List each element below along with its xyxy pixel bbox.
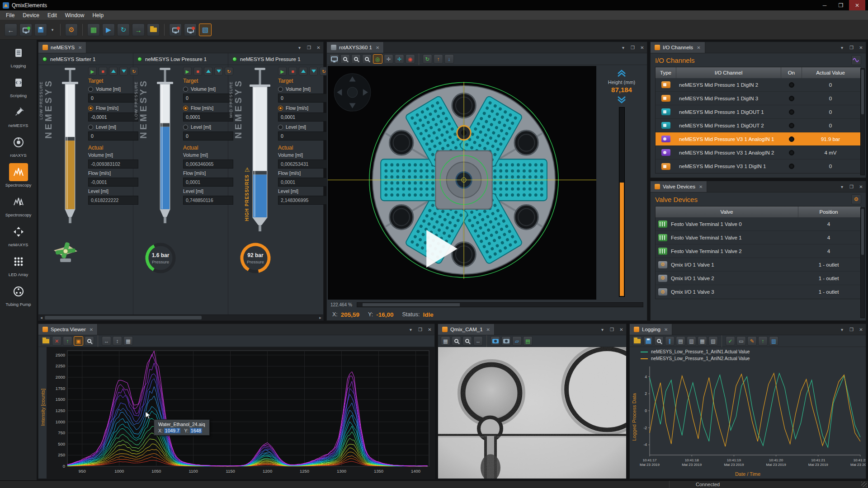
project-folder-icon[interactable] bbox=[147, 23, 160, 36]
fit-width-icon[interactable]: ↔ bbox=[102, 336, 111, 346]
scrollbar-thumb[interactable] bbox=[861, 70, 864, 114]
sidebar-item-rotaxys[interactable]: rotAXYS bbox=[0, 131, 37, 161]
remove-spectrum-icon[interactable]: ✕ bbox=[52, 336, 61, 346]
export-log-icon[interactable]: ↑ bbox=[758, 336, 768, 346]
radio-level[interactable] bbox=[278, 125, 283, 130]
lift-up-icon[interactable]: ↑ bbox=[434, 54, 443, 64]
target-level-input[interactable] bbox=[183, 131, 233, 141]
channel-on-led[interactable] bbox=[789, 123, 794, 128]
jog-mode-icon[interactable]: ✛ bbox=[395, 54, 404, 64]
menu-device[interactable]: Device bbox=[19, 11, 43, 20]
target-volume-radio-row[interactable]: Volume [ml] bbox=[88, 85, 138, 93]
open-log-icon[interactable] bbox=[632, 336, 642, 346]
add-spectrum-icon[interactable] bbox=[41, 336, 51, 346]
radio-flow[interactable] bbox=[88, 106, 93, 111]
spectra-chart-area[interactable]: Intensity [counts] 950100010501100115012… bbox=[38, 347, 434, 479]
panel-close-button[interactable]: ✕ bbox=[425, 324, 434, 335]
io-row[interactable]: neMESYS Mid Pressure V3 1 AnalogIN 2 4 m… bbox=[656, 146, 861, 160]
script-stop-icon[interactable]: ▦ bbox=[87, 23, 100, 36]
apply-icon[interactable]: ✓ bbox=[726, 336, 735, 346]
save-device-icon[interactable] bbox=[34, 23, 47, 36]
pump-start-button[interactable]: ▶ bbox=[88, 67, 97, 75]
scrollbar-thumb[interactable] bbox=[861, 209, 864, 255]
tab-qmix-cam[interactable]: Qmix_CAM_1 ✕ bbox=[438, 324, 495, 335]
column-header-valve[interactable]: Valve bbox=[656, 206, 798, 217]
panel-menu-button[interactable]: ▾ bbox=[295, 42, 304, 53]
target-flow-input[interactable] bbox=[88, 113, 138, 122]
panel-menu-button[interactable]: ▾ bbox=[837, 181, 847, 192]
pump-stop-button[interactable]: ■ bbox=[288, 67, 297, 75]
syringe-fill-button[interactable] bbox=[204, 67, 212, 75]
panel-float-button[interactable]: ❐ bbox=[415, 324, 425, 335]
zoom-icon[interactable] bbox=[85, 336, 94, 346]
valves-vertical-scrollbar[interactable] bbox=[860, 207, 865, 318]
target-level-radio-row[interactable]: Level [ml] bbox=[278, 123, 328, 131]
zoom-out-icon[interactable] bbox=[462, 336, 472, 346]
target-level-input[interactable] bbox=[88, 131, 138, 141]
resize-grip[interactable] bbox=[861, 482, 867, 487]
pause-log-icon[interactable]: ∥ bbox=[665, 336, 675, 346]
channel-on-led[interactable] bbox=[789, 136, 794, 142]
syringe-empty-button[interactable] bbox=[309, 67, 318, 75]
target-flow-radio-row[interactable]: Flow [ml/s] bbox=[88, 104, 138, 112]
rotaxys-camera-view[interactable] bbox=[328, 66, 596, 300]
tab-logging[interactable]: Logging ✕ bbox=[630, 324, 672, 335]
target-flow-input[interactable] bbox=[278, 113, 328, 122]
tab-close-icon[interactable]: ✕ bbox=[699, 184, 703, 189]
script-start-icon[interactable]: → bbox=[132, 23, 145, 36]
panel-float-button[interactable]: ❐ bbox=[607, 324, 617, 335]
panel-close-button[interactable]: ✕ bbox=[856, 324, 866, 335]
sidebar-item-nemaxys[interactable]: neMAXYS bbox=[0, 221, 37, 250]
analog-wave-icon[interactable] bbox=[851, 55, 861, 65]
io-row[interactable]: neMESYS Mid Pressure 1 DigOUT 2 0 bbox=[656, 119, 861, 132]
tab-close-icon[interactable]: ✕ bbox=[486, 327, 490, 332]
radio-flow[interactable] bbox=[183, 106, 188, 111]
panel-close-button[interactable]: ✕ bbox=[617, 324, 626, 335]
sidebar-item-led-array[interactable]: LED Array bbox=[0, 250, 37, 280]
tab-close-icon[interactable]: ✕ bbox=[376, 45, 379, 50]
valve-row[interactable]: Festo Valve Terminal 1 Valve 0 4 bbox=[656, 217, 861, 231]
menu-window[interactable]: Window bbox=[61, 11, 89, 20]
pumps-horizontal-scrollbar[interactable]: ◂ ▸ bbox=[38, 314, 323, 320]
copy-image-icon[interactable]: ▤ bbox=[523, 336, 533, 346]
pump-stop-button[interactable]: ■ bbox=[99, 67, 107, 75]
tab-rotaxys360[interactable]: rotAXYS360 1 ✕ bbox=[327, 42, 384, 53]
fit-height-icon[interactable]: ↕ bbox=[113, 336, 122, 346]
radio-flow[interactable] bbox=[278, 106, 283, 111]
panel-close-button[interactable]: ✕ bbox=[856, 181, 866, 192]
panel-menu-button[interactable]: ▾ bbox=[837, 324, 847, 335]
home-axes-icon[interactable]: ↻ bbox=[423, 54, 432, 64]
pump-stop-button[interactable]: ■ bbox=[193, 67, 202, 75]
tab-valve-devices[interactable]: Valve Devices ✕ bbox=[651, 181, 707, 192]
channel-on-led[interactable] bbox=[789, 109, 794, 115]
clear-icon[interactable]: ▭ bbox=[736, 336, 746, 346]
script-step-icon[interactable]: ↻ bbox=[117, 23, 130, 36]
move-to-icon[interactable]: ✛ bbox=[384, 54, 393, 64]
target-flow-input[interactable] bbox=[183, 113, 233, 122]
layout-3-icon[interactable]: ▦ bbox=[698, 336, 707, 346]
image-source-icon[interactable]: ▦ bbox=[441, 336, 450, 346]
legend-item[interactable]: neMESYS_Low_Pressure_1_AnIN2.Actual Valu… bbox=[641, 355, 862, 362]
channel-on-led[interactable] bbox=[789, 82, 794, 88]
radio-volume[interactable] bbox=[88, 87, 93, 92]
panel-menu-button[interactable]: ▾ bbox=[837, 42, 847, 53]
column-header-on[interactable]: On bbox=[781, 67, 802, 78]
columns-icon[interactable]: ▥ bbox=[769, 336, 778, 346]
valve-row[interactable]: ⚙Qmix I/O 1 Valve 3 1 - outlet bbox=[656, 285, 861, 299]
valve-gear-icon[interactable]: ⚙ bbox=[851, 194, 861, 204]
view-mode-icon[interactable] bbox=[330, 54, 339, 64]
lift-down-icon[interactable]: ↓ bbox=[444, 54, 454, 64]
tab-close-icon[interactable]: ✕ bbox=[78, 45, 82, 50]
rotaxys-horizontal-scrollbar[interactable] bbox=[357, 302, 643, 307]
io-row[interactable]: neMESYS Mid Pressure 1 DigIN 3 0 bbox=[656, 92, 861, 105]
close-button[interactable]: ✕ bbox=[849, 0, 865, 10]
dropdown-caret-icon[interactable]: ▾ bbox=[49, 23, 56, 36]
panel-float-button[interactable]: ❐ bbox=[847, 324, 856, 335]
syringe-fill-button[interactable] bbox=[299, 67, 307, 75]
zoom-out-icon[interactable] bbox=[351, 54, 361, 64]
layout-1-icon[interactable]: ▤ bbox=[676, 336, 685, 346]
panel-float-button[interactable]: ❐ bbox=[304, 42, 314, 53]
column-header-position[interactable]: Position bbox=[798, 206, 859, 217]
back-icon[interactable]: ← bbox=[5, 23, 17, 36]
sidebar-item-scripting[interactable]: Scripting bbox=[0, 71, 37, 101]
